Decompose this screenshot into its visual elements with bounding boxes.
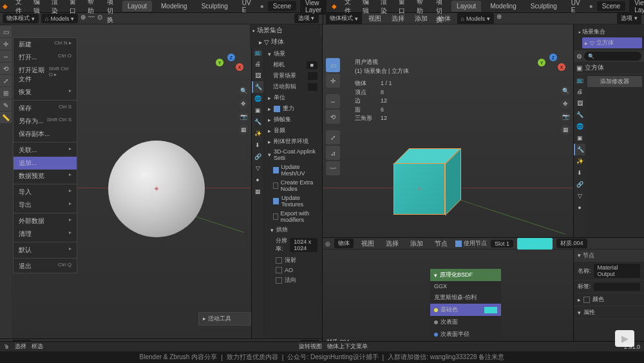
- tool-annotate[interactable]: ✎: [0, 99, 12, 111]
- ne-object[interactable]: 物体: [334, 239, 354, 248]
- file-menu-item[interactable]: 另存为...Shift Ctrl S: [14, 115, 77, 128]
- use-nodes[interactable]: 使用节点: [455, 239, 487, 248]
- bilibili-button[interactable]: ▶: [615, 330, 634, 347]
- ns-title[interactable]: ▾ 节点: [574, 250, 644, 262]
- row-resolution[interactable]: 分辨率: 1024 x 1024: [265, 235, 320, 255]
- scale-tool[interactable]: ⤢: [326, 130, 340, 144]
- scene-dropdown-r[interactable]: Scene: [597, 1, 625, 11]
- tab-render[interactable]: 📺: [252, 46, 263, 58]
- tool-move[interactable]: ↔: [0, 50, 12, 62]
- move-tool[interactable]: ↔: [326, 94, 340, 108]
- tool-select[interactable]: ▭: [0, 26, 12, 37]
- ne-add[interactable]: 添加: [406, 238, 427, 250]
- nav-gizmo-r[interactable]: X Y Z: [538, 54, 567, 83]
- tab-vl-r[interactable]: 🖼: [574, 97, 585, 109]
- tool-scale[interactable]: ⤢: [0, 75, 12, 86]
- tab-obj-r[interactable]: ▣: [574, 132, 585, 144]
- tab-scene[interactable]: 🔧: [252, 81, 263, 93]
- gizmo-x[interactable]: X: [236, 63, 243, 71]
- orientation-icon[interactable]: ⊕: [497, 13, 502, 25]
- options-dropdown-r[interactable]: 选项 ▾: [617, 13, 641, 25]
- models-dropdown-r[interactable]: ⌂ Models ▾: [457, 13, 494, 25]
- models-dropdown[interactable]: ⌂ Models ▾: [41, 14, 78, 23]
- tab-material[interactable]: ●: [252, 174, 263, 186]
- panel-applink[interactable]: ▾ 3D-Coat Applink Setti: [265, 147, 320, 162]
- l-tool[interactable]: 〰: [326, 161, 340, 175]
- ne-node[interactable]: 节点: [431, 238, 451, 250]
- active-tool-header[interactable]: ▸ 活动工具: [199, 313, 251, 325]
- file-menu-item[interactable]: 关联... ▸: [14, 144, 77, 157]
- sphere-object[interactable]: ✦: [108, 141, 205, 237]
- gizmo-z[interactable]: Z: [227, 54, 235, 61]
- zoom-icon[interactable]: 🔍: [238, 86, 249, 96]
- tab-texture[interactable]: ▦: [252, 186, 263, 197]
- sl-basecolor[interactable]: 基础色: [430, 304, 501, 316]
- file-menu-item[interactable]: 保存副本...: [14, 128, 77, 141]
- nodeeditor-icon[interactable]: ◎: [325, 240, 330, 247]
- ns-name[interactable]: 名称: Material Output: [574, 262, 644, 280]
- nav-gizmo[interactable]: X Y Z: [216, 54, 245, 83]
- pan-icon[interactable]: ✥: [560, 99, 571, 109]
- panel-units[interactable]: ▸ 单位: [265, 92, 320, 103]
- tool-cursor[interactable]: ✛: [0, 38, 12, 50]
- file-menu-item[interactable]: 导入 ▸: [14, 186, 77, 199]
- add-menu[interactable]: 添加: [411, 13, 431, 25]
- tab-sculpting[interactable]: Sculpting: [196, 1, 233, 12]
- tab-physics[interactable]: ⬇: [252, 139, 263, 151]
- row-clip[interactable]: 活动剪辑: [265, 81, 320, 92]
- row-ao[interactable]: AO: [265, 266, 320, 275]
- file-menu-item[interactable]: 外部数据 ▸: [14, 215, 77, 228]
- panel-gravity[interactable]: ▸ 重力: [265, 103, 320, 114]
- tab-data-r[interactable]: ▽: [574, 190, 585, 202]
- tab-render-r[interactable]: 📺: [574, 74, 585, 86]
- mode-dropdown[interactable]: 物体模式 ▾: [3, 14, 39, 23]
- tab-modeling[interactable]: Modeling: [156, 1, 193, 12]
- tab-mod-r[interactable]: 🔧: [574, 144, 585, 155]
- tool-measure[interactable]: 📏: [0, 112, 12, 123]
- outliner-scene-coll[interactable]: ▪ 场景集合: [576, 26, 642, 37]
- perspective-icon[interactable]: ▦: [238, 124, 249, 135]
- outliner-cube[interactable]: ▸ ▽ 立方体: [582, 37, 642, 48]
- panel-audio[interactable]: ▸ 音频: [265, 125, 320, 136]
- file-menu-item[interactable]: 打开...Ctrl O: [14, 51, 77, 64]
- tab-ptcl-r[interactable]: ✨: [574, 155, 585, 167]
- row-normal[interactable]: 法向: [265, 275, 320, 286]
- panel-keying[interactable]: ▸ 插帧集: [265, 114, 320, 125]
- tab-particles[interactable]: ✨: [252, 128, 263, 139]
- outliner-scene-coll-l[interactable]: ▪ 场景集合: [250, 25, 321, 36]
- outliner-sphere[interactable]: ▸ ▽ 球体: [256, 36, 321, 48]
- file-menu-item[interactable]: 追加...: [14, 157, 77, 170]
- props-search-r[interactable]: 🔍: [584, 52, 641, 61]
- cube-object[interactable]: ✦: [393, 150, 458, 215]
- obj-breadcrumb[interactable]: ▣ 立方体: [574, 62, 644, 74]
- row-diffuse[interactable]: 漫射: [265, 255, 320, 266]
- tab-phys-r[interactable]: ⬇: [574, 167, 585, 179]
- file-menu-item[interactable]: 新建Ctrl N ▸: [14, 38, 77, 51]
- select-menu[interactable]: 选择: [388, 13, 408, 25]
- gravity-check[interactable]: [274, 106, 280, 112]
- ns-tag[interactable]: 标签:: [574, 280, 644, 293]
- select-tool[interactable]: ▭: [326, 58, 340, 72]
- snap-icon[interactable]: 〰: [88, 14, 95, 23]
- scene-dropdown[interactable]: Scene: [268, 1, 296, 11]
- row-bgscene[interactable]: 背景场景: [265, 70, 320, 81]
- tab-sculpting-r[interactable]: Sculpting: [526, 1, 562, 12]
- tab-modeling-r[interactable]: Modeling: [485, 1, 522, 12]
- sl-chris[interactable]: 克里斯坦森-伯利: [430, 291, 501, 304]
- panel-bake[interactable]: ▾ 烘焙: [265, 224, 320, 235]
- tab-layout[interactable]: Layout: [122, 1, 152, 12]
- propedit-icon[interactable]: ⊙: [97, 14, 102, 23]
- k-tool[interactable]: ⊿: [326, 146, 340, 160]
- tool-rotate[interactable]: ⟲: [0, 63, 12, 74]
- tab-layout-r[interactable]: Layout: [451, 1, 481, 12]
- mode-dropdown-r[interactable]: 物体模式 ▾: [326, 13, 362, 25]
- panel-scene[interactable]: ▾ 场景: [265, 48, 320, 59]
- tab-world[interactable]: 🌐: [252, 93, 263, 104]
- ne-view[interactable]: 视图: [357, 238, 378, 250]
- check-exportmod[interactable]: Export with modifiers: [265, 209, 320, 224]
- tab-mat-r[interactable]: ●: [574, 202, 585, 213]
- sl-sss[interactable]: 次表面: [430, 316, 501, 328]
- file-menu-item[interactable]: 恢复 ▸: [14, 86, 77, 99]
- tab-scene-r[interactable]: 🔧: [574, 109, 585, 121]
- slot-dd[interactable]: Slot 1: [491, 240, 513, 248]
